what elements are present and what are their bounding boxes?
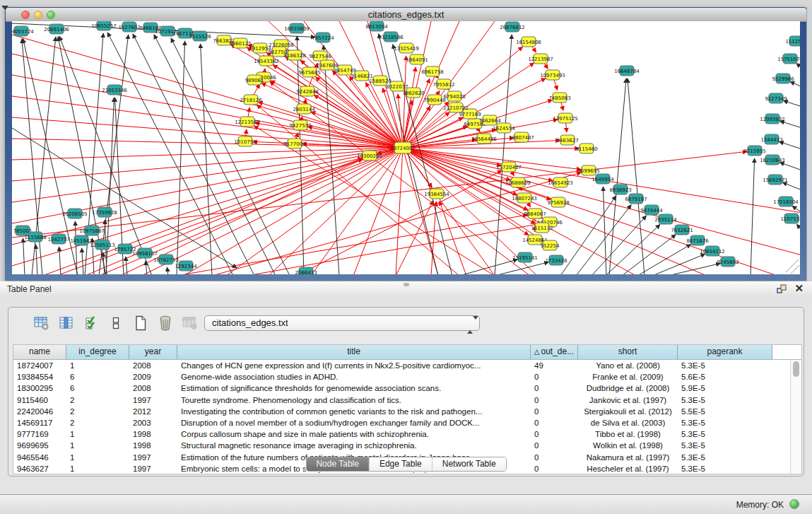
tab-network-table[interactable]: Network Table: [432, 457, 506, 471]
table-row[interactable]: 977716911998Corpus callosum shape and si…: [13, 428, 790, 440]
graph-node[interactable]: 1733426: [545, 255, 567, 265]
graph-node[interactable]: 6879197: [625, 194, 647, 204]
graph-node[interactable]: 9675685: [298, 67, 320, 77]
column-header-year[interactable]: year: [129, 345, 177, 359]
table-row[interactable]: 1872400712008Changes of HCN gene express…: [13, 360, 790, 371]
graph-node[interactable]: 9699695: [577, 165, 599, 175]
graph-node[interactable]: 16648784: [614, 66, 640, 76]
graph-node[interactable]: 8813054: [365, 21, 388, 31]
graph-node-label: 9827546: [309, 54, 331, 59]
select-columns-icon[interactable]: [59, 315, 74, 332]
graph-node[interactable]: 9115460: [575, 144, 597, 153]
graph-node[interactable]: 7485063: [548, 93, 570, 103]
tab-edge-table[interactable]: Edge Table: [369, 457, 432, 471]
graph-node[interactable]: 16154808: [516, 37, 541, 47]
graph-node[interactable]: 17016504: [773, 197, 799, 206]
graph-node[interactable]: 10688609: [505, 177, 531, 187]
graph-node[interactable]: 13325419: [394, 43, 419, 53]
column-header-out-de-[interactable]: △out_de...: [531, 345, 578, 359]
new-document-icon[interactable]: [133, 315, 148, 332]
graph-node[interactable]: 6794028: [443, 91, 465, 101]
graph-node[interactable]: 8938923: [609, 185, 631, 194]
graph-node[interactable]: 989061: [245, 75, 264, 85]
graph-node[interactable]: 17359928: [92, 207, 117, 217]
graph-node[interactable]: 952254: [541, 240, 560, 250]
table-row[interactable]: 1830029562008Estimation of significance …: [13, 382, 790, 394]
graph-node-label: 20564486: [471, 136, 497, 142]
graph-node[interactable]: 16033809: [284, 23, 310, 33]
graph-node[interactable]: 21053346: [102, 85, 127, 95]
column-header-title[interactable]: title: [177, 345, 531, 359]
column-header-short[interactable]: short: [578, 345, 678, 359]
graph-node[interactable]: 1342737: [47, 234, 69, 244]
graph-node[interactable]: 9427552: [289, 120, 311, 130]
graph-node[interactable]: 1344413: [760, 134, 782, 144]
graph-node[interactable]: 13218586: [378, 32, 404, 42]
scrollbar-thumb[interactable]: [793, 361, 799, 377]
graph-node[interactable]: 15751074: [777, 54, 800, 64]
graph-node[interactable]: 13975125: [553, 113, 578, 123]
graph-node[interactable]: 19384554: [424, 189, 449, 199]
graph-node[interactable]: 16654923: [548, 177, 573, 187]
table-settings-icon[interactable]: [34, 315, 49, 332]
graph-node[interactable]: 20564486: [471, 134, 497, 144]
graph-node[interactable]: 2086413: [295, 267, 317, 274]
window-titlebar[interactable]: citations_edges.txt: [6, 8, 806, 22]
column-header-pagerank[interactable]: pagerank: [678, 345, 772, 359]
graph-node-label: 12505113: [90, 243, 115, 248]
graph-node[interactable]: 6961758: [421, 66, 443, 76]
graph-node[interactable]: 7857224: [312, 33, 334, 42]
graph-node[interactable]: 1010755: [234, 136, 256, 146]
graph-node[interactable]: 1527602: [118, 22, 140, 32]
table-header-row: namein_degreeyeartitle△out_de...shortpag…: [13, 345, 801, 360]
graph-node[interactable]: 12213589: [235, 117, 260, 127]
float-panel-icon[interactable]: [777, 284, 787, 294]
graph-node[interactable]: 12213987: [528, 54, 553, 64]
row-height-icon[interactable]: [108, 315, 124, 332]
tab-node-table[interactable]: Node Table: [306, 457, 369, 471]
graph-node[interactable]: 8471676: [686, 235, 709, 245]
graph-node[interactable]: 16543382: [254, 56, 279, 66]
graph-node[interactable]: 9463627: [556, 135, 578, 145]
table-row[interactable]: 969969511998Structural magnetic resonanc…: [13, 440, 790, 451]
graph-node[interactable]: 8215955: [743, 146, 765, 156]
close-panel-icon[interactable]: ✕: [794, 282, 804, 295]
select-all-rows-icon[interactable]: [83, 315, 99, 332]
graph-node[interactable]: 9227349: [765, 93, 787, 103]
graph-node[interactable]: 1640954: [592, 174, 614, 184]
graph-node[interactable]: 9245652: [717, 257, 739, 267]
graph-node[interactable]: 24055724: [12, 26, 34, 36]
graph-node[interactable]: 7632621: [671, 225, 693, 235]
graph-node[interactable]: 2718126: [240, 95, 262, 105]
column-header-in-degree[interactable]: in_degree: [66, 345, 129, 359]
network-canvas[interactable]: 2405572420691406106552571527602846616010…: [12, 21, 800, 274]
table-row[interactable]: 1456911722003Disruption of a novel membe…: [13, 417, 790, 428]
graph-node[interactable]: 15195141: [512, 252, 538, 262]
memory-ok-icon[interactable]: [789, 499, 799, 509]
graph-node-label: 9245652: [717, 259, 739, 265]
table-row[interactable]: 911546021997Tourette syndrome. Phenomeno…: [13, 395, 790, 406]
graph-node[interactable]: 26876812: [500, 22, 525, 32]
graph-node[interactable]: 1107533: [780, 214, 800, 223]
graph-node[interactable]: 1864091: [406, 54, 428, 64]
graph-edge: [780, 121, 800, 128]
graph-node[interactable]: 9756928: [547, 197, 569, 207]
graph-node[interactable]: 12093832: [760, 114, 785, 124]
graph-node[interactable]: 10973493: [540, 70, 565, 80]
graph-node[interactable]: 1451947: [70, 235, 92, 245]
graph-node[interactable]: 10655257: [91, 21, 117, 30]
splitter-handle[interactable]: [404, 283, 409, 286]
table-row[interactable]: 1938455462009Genome-wide association stu…: [13, 371, 790, 382]
graph-node[interactable]: 7990448: [423, 95, 445, 105]
delete-table-icon[interactable]: [158, 315, 173, 332]
graph-node[interactable]: 20206505: [62, 209, 88, 218]
graph-node-label: 10655257: [91, 23, 117, 29]
table-source-dropdown[interactable]: citations_edges.txt: [204, 315, 480, 331]
column-header-name[interactable]: name: [13, 345, 66, 359]
graph-node[interactable]: 2935114: [654, 214, 677, 224]
graph-node[interactable]: 10807487: [509, 132, 534, 142]
vertical-scrollbar[interactable]: [790, 360, 801, 474]
table-row[interactable]: 2242004622012Investigating the contribut…: [13, 406, 790, 417]
graph-node[interactable]: 1112530: [785, 36, 800, 46]
graph-node[interactable]: 9474444: [640, 205, 663, 215]
